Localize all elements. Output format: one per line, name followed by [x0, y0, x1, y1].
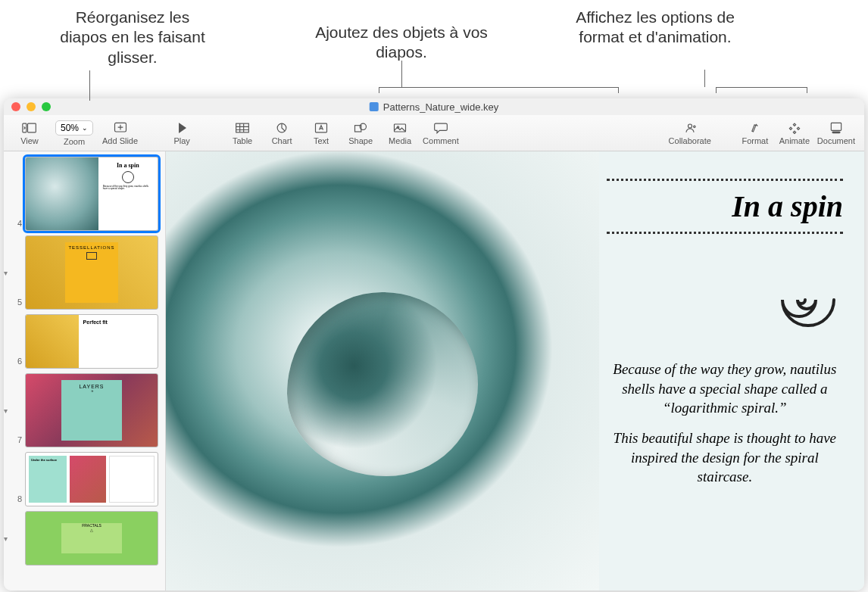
svg-rect-13: [832, 132, 840, 133]
svg-rect-3: [236, 123, 249, 132]
paragraph-1[interactable]: Because of the way they grow, nautilus s…: [607, 360, 843, 418]
media-button[interactable]: Media: [383, 121, 417, 145]
slide-thumb-6[interactable]: 6 Perfect fit: [4, 312, 165, 371]
table-button[interactable]: Table: [226, 121, 259, 145]
content-area: 4 In a spinBecause of the way they grow,…: [4, 151, 864, 590]
format-button[interactable]: Format: [738, 121, 772, 145]
slide-thumb-next[interactable]: ▾ FRACTALS△: [4, 509, 165, 568]
titlebar[interactable]: Patterns_Nature_wide.key: [4, 98, 864, 115]
slide-navigator[interactable]: 4 In a spinBecause of the way they grow,…: [4, 151, 166, 590]
animate-icon: [786, 121, 803, 135]
collaborate-button[interactable]: Collaborate: [669, 121, 711, 145]
svg-point-11: [693, 126, 695, 128]
thumb-preview[interactable]: FRACTALS△: [25, 511, 158, 566]
plus-icon: [112, 121, 129, 135]
maximize-button[interactable]: [42, 102, 51, 111]
thumb-preview[interactable]: Under the surface: [25, 452, 158, 506]
slide-canvas[interactable]: In a spin Because of the way they grow, …: [166, 151, 864, 590]
svg-rect-12: [831, 123, 841, 130]
disclosure-icon[interactable]: ▾: [4, 269, 8, 277]
text-icon: [313, 121, 329, 135]
text-button[interactable]: Text: [304, 121, 338, 145]
add-slide-button[interactable]: Add Slide: [102, 121, 138, 145]
shape-icon: [352, 121, 369, 135]
filename-label: Patterns_Nature_wide.key: [383, 101, 498, 113]
document-icon: [828, 121, 845, 135]
comment-button[interactable]: Comment: [423, 121, 459, 145]
annotation-formatopts: Affichez les options de format et d'anim…: [557, 8, 754, 48]
view-icon: [21, 121, 38, 135]
divider-top: [607, 179, 843, 181]
play-button[interactable]: Play: [165, 121, 198, 145]
divider-bottom: [607, 232, 843, 234]
minimize-button[interactable]: [27, 102, 36, 111]
zoom-control[interactable]: 50% ⌄ Zoom: [52, 120, 96, 146]
animate-button[interactable]: Animate: [778, 121, 811, 145]
thumb-preview[interactable]: LAYERS≋: [25, 373, 158, 447]
document-type-icon: [370, 102, 379, 111]
window-title: Patterns_Nature_wide.key: [370, 101, 498, 113]
toolbar: View 50% ⌄ Zoom Add Slide Play Table Cha…: [4, 115, 864, 151]
disclosure-icon[interactable]: ▾: [4, 407, 8, 415]
slide-thumb-4[interactable]: 4 In a spinBecause of the way they grow,…: [4, 154, 165, 233]
document-button[interactable]: Document: [817, 121, 855, 145]
chevron-down-icon: ⌄: [82, 124, 88, 132]
svg-point-10: [688, 124, 692, 128]
thumb-preview[interactable]: In a spinBecause of the way they grow, n…: [25, 157, 158, 231]
slide-thumb-7[interactable]: ▾ 7 LAYERS≋: [4, 371, 165, 450]
annotation-addobjects: Ajoutez des objets à vos diapos.: [303, 23, 500, 63]
slide-title[interactable]: In a spin: [732, 185, 843, 227]
disclosure-icon[interactable]: ▾: [4, 534, 8, 543]
app-window: Patterns_Nature_wide.key View 50% ⌄ Zoom…: [4, 98, 864, 590]
chart-icon: [273, 121, 290, 135]
chart-button[interactable]: Chart: [265, 121, 298, 145]
thumb-preview[interactable]: TESSELLATIONS: [25, 235, 158, 310]
play-icon: [173, 121, 190, 135]
svg-rect-0: [23, 123, 27, 132]
view-button[interactable]: View: [13, 121, 46, 145]
collaborate-icon: [682, 121, 698, 135]
nautilus-image[interactable]: [166, 151, 599, 590]
paragraph-2[interactable]: This beautiful shape is thought to have …: [607, 428, 843, 487]
slide-thumb-8[interactable]: 8 Under the surface: [4, 450, 165, 509]
zoom-value-pill[interactable]: 50% ⌄: [55, 120, 93, 136]
traffic-lights: [11, 102, 51, 111]
svg-rect-1: [28, 123, 36, 132]
comment-icon: [432, 121, 449, 135]
slide-thumb-5[interactable]: ▾ 5 TESSELLATIONS: [4, 233, 165, 312]
shape-button[interactable]: Shape: [344, 121, 377, 145]
table-icon: [234, 121, 251, 135]
thumb-preview[interactable]: Perfect fit: [25, 314, 158, 369]
format-icon: [747, 121, 763, 135]
close-button[interactable]: [11, 102, 20, 111]
media-icon: [392, 121, 408, 135]
text-column: In a spin Because of the way they grow, …: [599, 151, 864, 590]
annotation-reorder: Réorganisez les diapos en les faisant gl…: [57, 8, 208, 67]
spiral-icon[interactable]: [752, 258, 835, 334]
